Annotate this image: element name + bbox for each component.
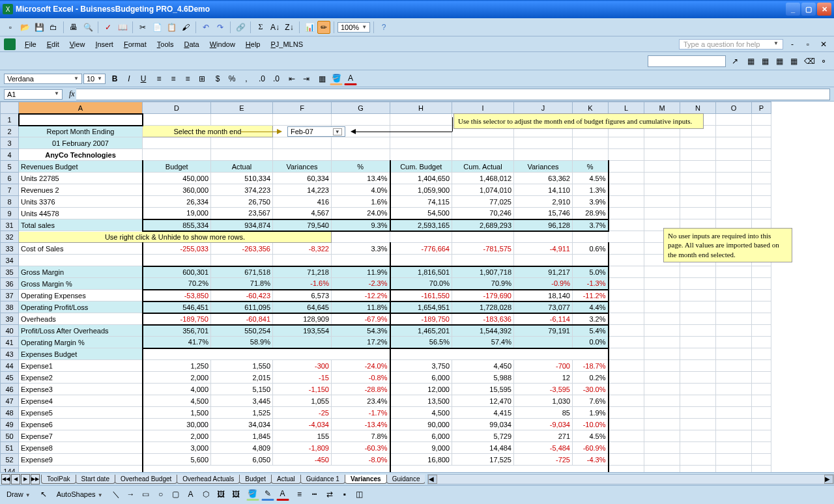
cell[interactable]: 450,000 (143, 173, 211, 184)
misc-icon[interactable]: ⚬ (817, 55, 830, 68)
cell[interactable] (390, 231, 452, 243)
cell[interactable]: -263,356 (211, 243, 273, 255)
cell[interactable] (644, 419, 680, 430)
cell[interactable]: Revenues 2 (19, 184, 143, 196)
row-header[interactable]: 37 (1, 290, 19, 301)
cell[interactable]: 58.9% (211, 337, 273, 348)
col-header-M[interactable]: M (644, 102, 680, 114)
cell[interactable]: -1.3% (573, 278, 609, 290)
col-header-D[interactable]: D (143, 102, 211, 114)
cell[interactable]: 6,050 (211, 454, 273, 466)
save-icon[interactable]: 💾 (33, 21, 46, 34)
cell[interactable] (609, 360, 644, 372)
cell[interactable]: Cum. Actual (452, 161, 514, 173)
cell[interactable] (680, 184, 716, 196)
close-button[interactable]: ✕ (817, 3, 831, 16)
row-header[interactable]: 40 (1, 325, 19, 337)
rectangle-icon[interactable]: ▭ (139, 488, 152, 501)
cell[interactable]: 56.5% (390, 337, 452, 348)
cell[interactable] (390, 114, 452, 126)
cell[interactable] (514, 137, 573, 149)
sort-desc-icon[interactable]: Z↓ (283, 21, 296, 34)
cell[interactable]: -161,550 (390, 290, 452, 301)
cell[interactable] (609, 301, 644, 313)
col-header-E[interactable]: E (211, 102, 273, 114)
cell[interactable] (716, 313, 752, 325)
cell[interactable]: Expense2 (19, 372, 143, 384)
cell[interactable] (644, 395, 680, 407)
cell[interactable] (609, 348, 644, 360)
cell[interactable]: 5,150 (211, 384, 273, 395)
col-header-A[interactable]: A (19, 102, 143, 114)
cell[interactable]: 18,140 (514, 290, 573, 301)
row-header[interactable]: 1 (1, 114, 19, 126)
cell[interactable]: 4.4% (573, 301, 609, 313)
cell[interactable] (680, 278, 716, 290)
cell[interactable] (644, 313, 680, 325)
cell[interactable]: 26,334 (143, 196, 211, 208)
cell[interactable] (716, 430, 752, 442)
cell[interactable] (609, 430, 644, 442)
cell[interactable]: -1,150 (273, 384, 332, 395)
cell[interactable] (752, 348, 771, 360)
cell[interactable]: 1,654,951 (390, 301, 452, 313)
cell[interactable] (609, 149, 644, 161)
font-name-dropdown[interactable]: Verdana▼ (4, 74, 82, 84)
increase-indent-icon[interactable]: ⇥ (300, 72, 313, 85)
cell[interactable]: 0.6% (573, 243, 609, 255)
cell[interactable]: -183,636 (452, 313, 514, 325)
cell[interactable]: 1,728,028 (452, 301, 514, 313)
cell[interactable]: -255,033 (143, 243, 211, 255)
cell[interactable] (332, 255, 390, 266)
cell[interactable] (514, 337, 573, 348)
cell[interactable]: -3,595 (514, 384, 573, 395)
cell[interactable] (752, 149, 771, 161)
cell[interactable]: 12,470 (452, 395, 514, 407)
cell[interactable] (19, 114, 143, 126)
row-header[interactable]: 50 (1, 430, 19, 442)
cell[interactable]: Expense7 (19, 430, 143, 442)
cell[interactable] (644, 384, 680, 395)
cell[interactable]: -8,322 (273, 243, 332, 255)
cell[interactable]: Variances (273, 161, 332, 173)
horizontal-scrollbar[interactable]: ◀ ▶ (427, 474, 834, 484)
doc-close-icon[interactable]: ✕ (817, 38, 830, 51)
cell[interactable]: 34,034 (211, 419, 273, 430)
cell[interactable] (514, 149, 573, 161)
align-center-icon[interactable]: ≡ (167, 72, 180, 85)
cell[interactable]: 16,800 (390, 454, 452, 466)
cell[interactable]: 155 (273, 430, 332, 442)
cell[interactable] (752, 278, 771, 290)
cell[interactable]: 1,550 (211, 360, 273, 372)
table-icon-2[interactable]: ▦ (758, 55, 771, 68)
cell[interactable]: 356,701 (143, 325, 211, 337)
cell[interactable] (716, 173, 752, 184)
cell[interactable]: -11.2% (573, 290, 609, 301)
cell[interactable]: 15,746 (514, 208, 573, 219)
cell[interactable]: Expense5 (19, 407, 143, 419)
cell[interactable]: 1.6% (332, 196, 390, 208)
shadow-icon[interactable]: ▪ (338, 488, 351, 501)
cell[interactable] (143, 149, 211, 161)
cell[interactable]: -450 (273, 454, 332, 466)
scroll-right-icon[interactable]: ▶ (824, 475, 833, 484)
row-header[interactable]: 43 (1, 348, 19, 360)
cell[interactable]: 91,217 (514, 266, 573, 278)
cell[interactable] (680, 325, 716, 337)
cell[interactable]: 1,525 (211, 407, 273, 419)
cell[interactable] (752, 196, 771, 208)
eraser-icon[interactable]: ⌫ (803, 55, 816, 68)
new-icon[interactable]: ▫ (4, 21, 17, 34)
cell[interactable]: 1,404,650 (390, 173, 452, 184)
cell[interactable] (644, 149, 680, 161)
cell[interactable]: -1.6% (273, 278, 332, 290)
cell[interactable]: -189,750 (143, 313, 211, 325)
cell[interactable]: -60.9% (573, 442, 609, 454)
cell[interactable]: Report Month Ending (19, 126, 143, 137)
menu-pj_mlns[interactable]: PJ_MLNS (265, 39, 308, 49)
cell[interactable] (514, 231, 573, 243)
cell[interactable] (573, 231, 609, 243)
cell[interactable] (716, 419, 752, 430)
cell[interactable]: -60,841 (211, 313, 273, 325)
cell[interactable] (644, 278, 680, 290)
